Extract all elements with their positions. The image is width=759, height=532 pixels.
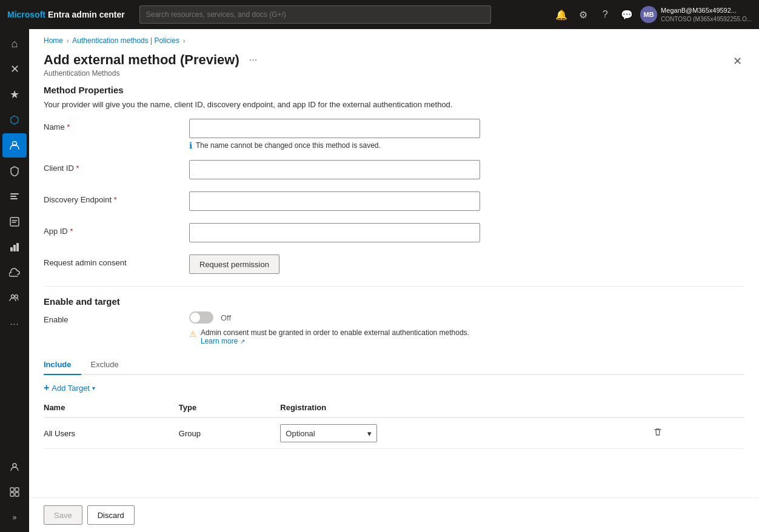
- search-input[interactable]: [139, 5, 491, 24]
- toggle-row: Off: [189, 311, 480, 324]
- discovery-endpoint-field-container: [189, 191, 480, 211]
- settings-icon[interactable]: ⚙: [575, 6, 592, 23]
- client-id-input[interactable]: [189, 160, 480, 179]
- form-content: Method Properties Your provider will giv…: [29, 78, 759, 497]
- name-input[interactable]: [189, 119, 480, 138]
- user-name: MeganB@M365x49592...: [661, 6, 752, 15]
- sidebar-item-user-mgmt[interactable]: [2, 454, 27, 479]
- row-registration: Optional ▾: [280, 417, 643, 449]
- sidebar-item-learn[interactable]: [2, 210, 27, 234]
- request-consent-row: Request admin consent Request permission: [44, 254, 744, 276]
- delete-row-button[interactable]: [650, 425, 665, 442]
- discovery-required: *: [114, 195, 117, 204]
- registration-dropdown[interactable]: Optional ▾: [280, 424, 377, 442]
- name-label: Name *: [44, 119, 189, 131]
- name-field-row: Name * ℹ The name cannot be changed once…: [44, 119, 744, 150]
- topbar: Microsoft Entra admin center 🔔 ⚙ ? 💬 MB …: [0, 0, 759, 29]
- learn-more-link[interactable]: Learn more ↗: [201, 337, 245, 345]
- info-icon: ℹ: [189, 141, 192, 150]
- cloud-icon: [9, 267, 20, 278]
- governance-icon: [9, 191, 20, 202]
- breadcrumb: Home › Authentication methods | Policies…: [29, 29, 759, 47]
- enable-toggle[interactable]: [189, 311, 213, 324]
- trash-icon: [653, 427, 663, 437]
- method-properties-desc: Your provider will give you the name, cl…: [44, 100, 744, 109]
- user-mgmt-icon: [9, 461, 20, 472]
- request-permission-button[interactable]: Request permission: [189, 254, 279, 274]
- col-registration: Registration: [280, 398, 643, 417]
- sidebar-item-close[interactable]: ✕: [2, 57, 27, 81]
- enable-label: Enable: [44, 311, 189, 324]
- close-button[interactable]: ✕: [731, 52, 744, 70]
- row-type: Group: [179, 417, 281, 449]
- discard-button[interactable]: Discard: [87, 505, 135, 525]
- groups-icon: [9, 293, 20, 304]
- user-org: CONTOSO (M365x49592255.O...: [661, 15, 752, 23]
- save-button[interactable]: Save: [44, 505, 82, 525]
- row-name: All Users: [44, 417, 179, 449]
- topbar-icons: 🔔 ⚙ ? 💬 MB MeganB@M365x49592... CONTOSO …: [553, 6, 752, 23]
- include-exclude-tabs: Include Exclude: [44, 355, 744, 375]
- user-profile[interactable]: MB MeganB@M365x49592... CONTOSO (M365x49…: [640, 6, 752, 23]
- warning-message: ⚠ Admin consent must be granted in order…: [189, 328, 480, 345]
- search-container: [139, 5, 491, 24]
- dropdown-chevron-icon: ▾: [367, 429, 372, 438]
- row-actions: [643, 417, 744, 449]
- sidebar-item-bottom[interactable]: [2, 480, 27, 504]
- svg-rect-13: [10, 493, 14, 496]
- svg-rect-12: [15, 488, 19, 491]
- sidebar-item-cloud[interactable]: [2, 261, 27, 285]
- app-id-input[interactable]: [189, 223, 480, 242]
- feedback-icon[interactable]: 💬: [618, 6, 635, 23]
- plus-icon: +: [44, 382, 49, 393]
- col-type: Type: [179, 398, 281, 417]
- help-icon[interactable]: ?: [597, 6, 614, 23]
- tab-include[interactable]: Include: [44, 355, 81, 375]
- method-properties-title: Method Properties: [44, 85, 744, 95]
- toggle-label: Off: [221, 313, 231, 322]
- add-target-button[interactable]: + Add Target ▾: [44, 382, 95, 393]
- content-area: Home › Authentication methods | Policies…: [29, 29, 759, 532]
- sidebar-item-protection[interactable]: [2, 159, 27, 183]
- shield-icon: [9, 165, 20, 176]
- svg-rect-7: [16, 243, 19, 251]
- tab-exclude[interactable]: Exclude: [81, 355, 129, 375]
- target-table: Name Type Registration All Users Group: [44, 398, 744, 449]
- sidebar-item-identity[interactable]: [2, 133, 27, 158]
- chevron-down-icon: ▾: [92, 385, 95, 391]
- sidebar: ⌂ ✕ ★ ⬡: [0, 29, 29, 532]
- svg-rect-2: [10, 196, 16, 197]
- breadcrumb-separator-1: ›: [67, 38, 69, 44]
- method-properties-section: Method Properties Your provider will giv…: [44, 85, 744, 276]
- client-id-field-container: [189, 160, 480, 179]
- footer: Save Discard: [29, 497, 759, 532]
- svg-rect-1: [10, 193, 19, 195]
- more-actions-button[interactable]: ···: [246, 53, 261, 67]
- svg-rect-11: [10, 488, 14, 491]
- sidebar-expand[interactable]: »: [2, 505, 27, 530]
- sidebar-item-groups[interactable]: [2, 286, 27, 310]
- enable-field-container: Off ⚠ Admin consent must be granted in o…: [189, 311, 480, 345]
- app-id-required: *: [70, 227, 73, 236]
- breadcrumb-section[interactable]: Authentication methods | Policies: [72, 36, 179, 45]
- sidebar-item-workload[interactable]: [2, 235, 27, 259]
- name-required: *: [67, 122, 70, 131]
- sidebar-item-overview[interactable]: ⬡: [2, 108, 27, 132]
- name-info-message: ℹ The name cannot be changed once this m…: [189, 141, 480, 150]
- svg-point-8: [12, 295, 15, 298]
- workload-icon: [9, 242, 20, 253]
- identity-icon: [9, 140, 20, 151]
- app-id-field-container: [189, 223, 480, 242]
- sidebar-item-home[interactable]: ⌂: [2, 32, 27, 56]
- learn-icon: [9, 216, 20, 227]
- notifications-icon[interactable]: 🔔: [553, 6, 570, 23]
- request-consent-label: Request admin consent: [44, 254, 189, 267]
- sidebar-item-more[interactable]: ···: [2, 311, 27, 336]
- page-title: Add external method (Preview): [44, 52, 239, 68]
- sidebar-item-governance[interactable]: [2, 184, 27, 208]
- page-subtitle: Authentication Methods: [44, 68, 723, 78]
- sidebar-item-favorites[interactable]: ★: [2, 82, 27, 107]
- app-logo: Microsoft Entra admin center: [7, 10, 125, 19]
- breadcrumb-home[interactable]: Home: [44, 36, 63, 45]
- discovery-endpoint-input[interactable]: [189, 191, 480, 211]
